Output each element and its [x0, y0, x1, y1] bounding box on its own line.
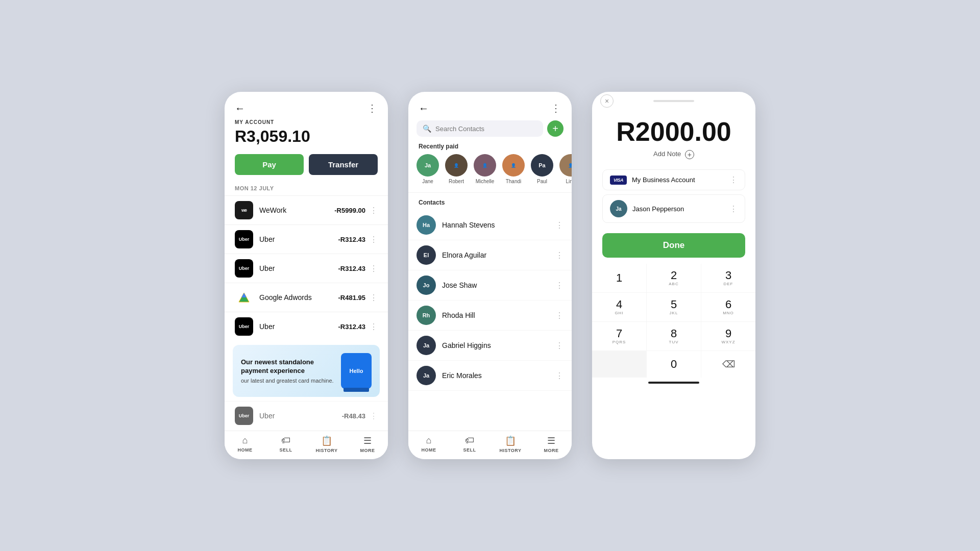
- p3-top-bar: ×: [592, 92, 755, 106]
- p2-back-button[interactable]: ←: [419, 103, 429, 114]
- recent-contacts-list: Ja Jane 👤 Robert 👤 Michelle 👤 Thandi Pa: [408, 154, 572, 192]
- pay-button[interactable]: Pay: [235, 154, 304, 175]
- nav-more[interactable]: ☰ MORE: [347, 435, 388, 453]
- numpad: 1 2 ABC 3 DEF 4 GHI 5 JKL 6 MNO 7 PQRS 8: [592, 264, 755, 378]
- key-empty: [592, 351, 646, 378]
- sheet-handle: [653, 100, 694, 102]
- person-account-row[interactable]: Ja Jason Pepperson ⋮: [602, 194, 745, 223]
- business-account-more[interactable]: ⋮: [729, 175, 738, 185]
- business-account-row[interactable]: VISA My Business Account ⋮: [602, 169, 745, 190]
- nav-home-label: HOME: [238, 447, 253, 453]
- recent-jane[interactable]: Ja Jane: [416, 154, 439, 184]
- key-6[interactable]: 6 MNO: [701, 293, 755, 321]
- contact-more-eric[interactable]: ⋮: [555, 371, 564, 381]
- recent-lind[interactable]: 👤 Lind: [559, 154, 572, 184]
- key-4[interactable]: 4 GHI: [592, 293, 646, 321]
- tx-name-uber-4: Uber: [259, 412, 342, 420]
- tx-more-uber-1[interactable]: ⋮: [370, 235, 378, 244]
- tx-more-uber-2[interactable]: ⋮: [370, 264, 378, 273]
- tx-google: Google Adwords -R481.95 ⋮: [225, 283, 388, 312]
- contact-more-hannah[interactable]: ⋮: [555, 220, 564, 230]
- uber-logo-4: Uber: [235, 407, 253, 425]
- p2-sell-icon: 🏷: [465, 435, 474, 446]
- recent-robert[interactable]: 👤 Robert: [445, 154, 468, 184]
- promo-banner[interactable]: Our newest standalone payment experience…: [233, 345, 380, 397]
- recent-paul[interactable]: Pa Paul: [531, 154, 553, 184]
- key-8[interactable]: 8 TUV: [647, 322, 701, 350]
- key-delete[interactable]: ⌫: [701, 351, 755, 378]
- search-row: 🔍 +: [408, 120, 572, 143]
- avatar-rhoda: Rh: [416, 306, 436, 325]
- nav-sell[interactable]: 🏷 SELL: [265, 435, 306, 453]
- contact-elnora[interactable]: El Elnora Aguilar ⋮: [408, 240, 572, 270]
- contact-jose[interactable]: Jo Jose Shaw ⋮: [408, 270, 572, 300]
- contact-gabriel[interactable]: Ja Gabriel Higgins ⋮: [408, 331, 572, 361]
- done-button[interactable]: Done: [602, 233, 745, 258]
- search-input[interactable]: [435, 125, 537, 133]
- uber-logo-2: Uber: [235, 259, 253, 278]
- contact-rhoda[interactable]: Rh Rhoda Hill ⋮: [408, 300, 572, 331]
- search-bar[interactable]: 🔍: [416, 120, 543, 137]
- action-buttons: Pay Transfer: [225, 154, 388, 182]
- key-3[interactable]: 3 DEF: [701, 264, 755, 292]
- p2-nav-home[interactable]: ⌂ HOME: [408, 435, 449, 453]
- contacts-label: Contacts: [408, 192, 572, 210]
- accounts-section: VISA My Business Account ⋮ Ja Jason Pepp…: [592, 169, 755, 229]
- tx-name-uber-1: Uber: [259, 235, 338, 243]
- key-1[interactable]: 1: [592, 264, 646, 292]
- account-label: MY ACCOUNT: [225, 119, 388, 125]
- avatar-michelle: 👤: [474, 154, 496, 177]
- key-2[interactable]: 2 ABC: [647, 264, 701, 292]
- p2-nav-more[interactable]: ☰ MORE: [531, 435, 572, 453]
- tx-more-wework[interactable]: ⋮: [370, 206, 378, 215]
- nav-history-label: HISTORY: [315, 448, 337, 453]
- tx-amount-wework: -R5999.00: [334, 207, 365, 214]
- p2-menu-button[interactable]: ⋮: [551, 102, 561, 114]
- contact-eric[interactable]: Ja Eric Morales ⋮: [408, 361, 572, 391]
- nav-home[interactable]: ⌂ HOME: [225, 435, 265, 453]
- avatar-robert: 👤: [445, 154, 468, 177]
- back-button[interactable]: ←: [235, 103, 245, 114]
- tx-amount-uber-3: -R312.43: [338, 323, 365, 331]
- avatar-elnora: El: [416, 245, 436, 265]
- more-icon: ☰: [363, 435, 372, 446]
- add-contact-button[interactable]: +: [547, 120, 564, 137]
- avatar-gabriel: Ja: [416, 336, 436, 355]
- key-0[interactable]: 0: [647, 351, 701, 378]
- key-7[interactable]: 7 PQRS: [592, 322, 646, 350]
- sell-icon: 🏷: [281, 435, 290, 446]
- tx-name-uber-3: Uber: [259, 322, 338, 331]
- key-5[interactable]: 5 JKL: [647, 293, 701, 321]
- recent-name-jane: Jane: [422, 179, 433, 184]
- tx-uber-2: Uber Uber -R312.43 ⋮: [225, 254, 388, 283]
- add-note-button[interactable]: Add Note +: [592, 150, 755, 169]
- tx-wework: we WeWork -R5999.00 ⋮: [225, 195, 388, 224]
- contact-more-rhoda[interactable]: ⋮: [555, 311, 564, 320]
- contact-more-jose[interactable]: ⋮: [555, 281, 564, 290]
- balance-amount: R3,059.10: [225, 125, 388, 154]
- p2-nav-sell[interactable]: 🏷 SELL: [449, 435, 490, 453]
- avatar-thandi: 👤: [502, 154, 525, 177]
- recent-name-michelle: Michelle: [476, 179, 495, 184]
- tx-more-uber-4[interactable]: ⋮: [370, 411, 378, 421]
- contact-more-gabriel[interactable]: ⋮: [555, 341, 564, 350]
- close-button[interactable]: ×: [600, 94, 614, 108]
- promo-text: Our newest standalone payment experience…: [241, 358, 336, 384]
- contact-hannah[interactable]: Ha Hannah Stevens ⋮: [408, 210, 572, 240]
- contact-name-hannah: Hannah Stevens: [442, 221, 555, 229]
- tx-more-uber-3[interactable]: ⋮: [370, 322, 378, 332]
- uber-logo-1: Uber: [235, 230, 253, 248]
- person-account-more[interactable]: ⋮: [729, 204, 738, 214]
- contact-name-elnora: Elnora Aguilar: [442, 251, 555, 259]
- contact-more-elnora[interactable]: ⋮: [555, 251, 564, 260]
- transfer-button[interactable]: Transfer: [309, 154, 378, 175]
- menu-button[interactable]: ⋮: [367, 102, 378, 114]
- tx-more-google[interactable]: ⋮: [370, 293, 378, 303]
- recent-michelle[interactable]: 👤 Michelle: [474, 154, 496, 184]
- p2-nav-history[interactable]: 📋 HISTORY: [490, 435, 531, 453]
- promo-title: Our newest standalone payment experience: [241, 358, 336, 375]
- key-9[interactable]: 9 WXYZ: [701, 322, 755, 350]
- nav-history[interactable]: 📋 HISTORY: [306, 435, 347, 453]
- recent-thandi[interactable]: 👤 Thandi: [502, 154, 525, 184]
- avatar-hannah: Ha: [416, 215, 436, 235]
